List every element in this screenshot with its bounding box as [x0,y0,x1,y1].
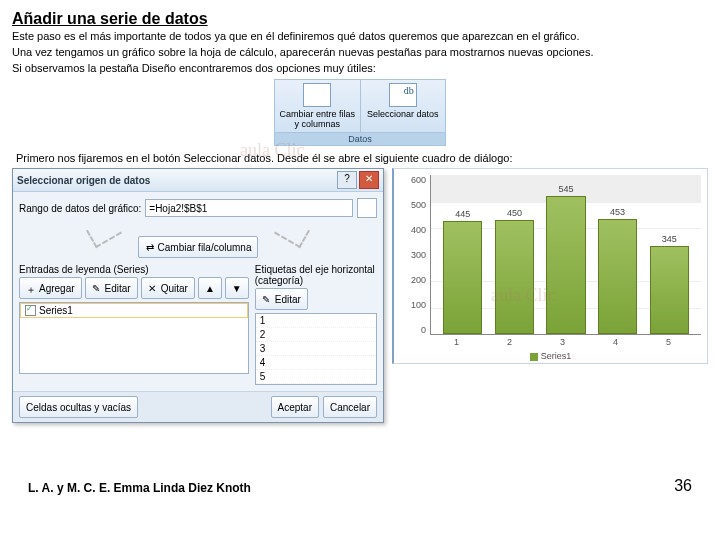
chart-legend: Series1 [400,351,701,361]
pencil-icon: ✎ [262,294,272,304]
bar-rect [598,219,637,334]
select-data-button[interactable]: Seleccionar datos [361,80,446,132]
x-icon: ✕ [148,283,158,293]
bar: 453 [594,207,640,334]
page-title: Añadir una serie de datos [12,10,708,28]
bar-value-label: 345 [662,234,677,244]
plot-area: aula Clic 445450545453345 [430,175,701,335]
arrow-decoration [86,216,122,248]
watermark: aula Clic [240,140,304,161]
switch-row-col-button[interactable]: Cambiar entre filas y columnas [275,80,361,132]
move-up-button[interactable]: ▲ [198,277,222,299]
help-button[interactable]: ? [337,171,357,189]
legend-entries-label: Entradas de leyenda (Series) [19,264,249,275]
author-credit: L. A. y M. C. E. Emma Linda Diez Knoth [28,481,251,495]
y-tick: 0 [400,325,426,335]
list-item[interactable]: 3 [256,342,376,356]
move-down-button[interactable]: ▼ [225,277,249,299]
intro-line-1: Este paso es el más importante de todos … [12,30,708,44]
bar-value-label: 445 [455,209,470,219]
bar-rect [650,246,689,334]
checkbox-icon [25,305,36,316]
list-item[interactable]: Series1 [20,303,248,318]
switch-label: Cambiar entre filas y columnas [277,109,358,129]
series-listbox[interactable]: Series1 [19,302,249,374]
edit-axis-button[interactable]: ✎Editar [255,288,308,310]
range-input[interactable] [145,199,353,217]
x-tick: 3 [560,337,565,347]
bar-rect [495,220,534,335]
pencil-icon: ✎ [92,283,102,293]
switch-icon [303,83,331,107]
switch-icon: ⇄ [145,242,155,252]
bar-value-label: 450 [507,208,522,218]
bar: 450 [491,208,537,335]
arrow-decoration [274,216,310,248]
bar: 545 [543,184,589,334]
dialog-title: Seleccionar origen de datos [17,175,335,186]
switch-row-col-dialog-button[interactable]: ⇄ Cambiar fila/columna [138,236,259,258]
page-footer: L. A. y M. C. E. Emma Linda Diez Knoth 3… [12,477,708,495]
hidden-cells-button[interactable]: Celdas ocultas y vacías [19,396,138,418]
close-button[interactable]: ✕ [359,171,379,189]
plus-icon: ＋ [26,283,36,293]
page-number: 36 [674,477,692,495]
ribbon-datos-group: Cambiar entre filas y columnas Seleccion… [274,79,446,146]
ok-button[interactable]: Aceptar [271,396,319,418]
legend-label: Series1 [541,351,572,361]
list-item[interactable]: 4 [256,356,376,370]
bar-value-label: 545 [558,184,573,194]
edit-series-button[interactable]: ✎Editar [85,277,138,299]
x-tick: 5 [666,337,671,347]
watermark: aula Clic [491,285,555,306]
bar-chart: 0100200300400500600 aula Clic 4454505454… [392,168,708,364]
list-item[interactable]: 1 [256,314,376,328]
range-picker-button[interactable] [357,198,377,218]
cancel-button[interactable]: Cancelar [323,396,377,418]
range-label: Rango de datos del gráfico: [19,203,141,214]
list-item[interactable]: 5 [256,370,376,384]
bar-rect [546,196,585,334]
select-data-label: Seleccionar datos [367,109,439,119]
x-tick: 4 [613,337,618,347]
y-tick: 600 [400,175,426,185]
intro-line-3: Si observamos la pestaña Diseño encontra… [12,62,708,76]
legend-swatch [530,353,538,361]
mid-text: Primero nos fijaremos en el botón Selecc… [16,152,708,164]
x-tick: 2 [507,337,512,347]
axis-labels-label: Etiquetas del eje horizontal (categoría) [255,264,377,286]
y-tick: 200 [400,275,426,285]
select-data-dialog: Seleccionar origen de datos ? ✕ Rango de… [12,168,384,423]
y-tick: 400 [400,225,426,235]
list-item[interactable]: 2 [256,328,376,342]
bar-rect [443,221,482,334]
remove-series-button[interactable]: ✕Quitar [141,277,195,299]
select-data-icon [389,83,417,107]
intro-line-2: Una vez tengamos un gráfico sobre la hoj… [12,46,708,60]
y-tick: 500 [400,200,426,210]
bar: 345 [646,234,692,334]
dialog-titlebar: Seleccionar origen de datos ? ✕ [13,169,383,192]
bar: 445 [440,209,486,334]
y-tick: 100 [400,300,426,310]
y-tick: 300 [400,250,426,260]
intro-block: Este paso es el más importante de todos … [12,30,708,75]
y-axis: 0100200300400500600 [400,175,430,335]
x-tick: 1 [454,337,459,347]
x-axis: 12345 [400,335,701,347]
add-series-button[interactable]: ＋Agregar [19,277,82,299]
axis-listbox[interactable]: 12345 [255,313,377,385]
bar-value-label: 453 [610,207,625,217]
